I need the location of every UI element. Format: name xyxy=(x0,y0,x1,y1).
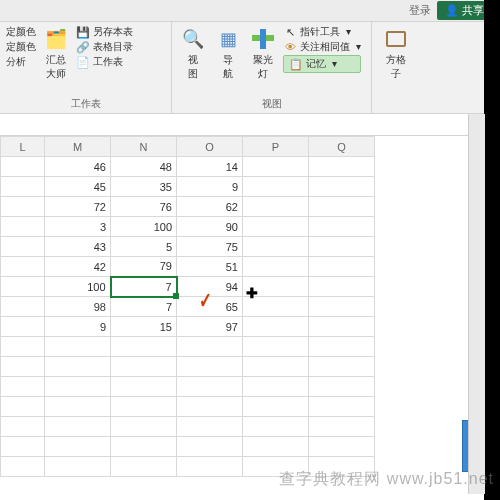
cell[interactable] xyxy=(45,337,111,357)
cell[interactable]: 9 xyxy=(177,177,243,197)
memory-button[interactable]: 📋 记忆 ▾ xyxy=(283,55,361,73)
cell[interactable] xyxy=(1,317,45,337)
table-row[interactable]: 727662 xyxy=(1,197,375,217)
cell[interactable] xyxy=(309,337,375,357)
table-row[interactable]: 310090 xyxy=(1,217,375,237)
cell[interactable]: 94 xyxy=(177,277,243,297)
cell[interactable] xyxy=(309,357,375,377)
col-M[interactable]: M xyxy=(45,137,111,157)
cell[interactable] xyxy=(309,437,375,457)
cell[interactable] xyxy=(243,217,309,237)
fanggezi-button[interactable]: 方格 子 xyxy=(381,25,411,83)
cell[interactable] xyxy=(111,357,177,377)
cell[interactable] xyxy=(243,437,309,457)
table-toc-button[interactable]: 🔗 表格目录 xyxy=(76,40,133,54)
cell[interactable] xyxy=(1,397,45,417)
cell[interactable] xyxy=(45,417,111,437)
cell[interactable]: 5 xyxy=(111,237,177,257)
table-row[interactable] xyxy=(1,377,375,397)
cell[interactable] xyxy=(243,197,309,217)
table-row[interactable] xyxy=(1,357,375,377)
cell[interactable] xyxy=(45,437,111,457)
cell[interactable] xyxy=(111,417,177,437)
cell[interactable] xyxy=(177,437,243,457)
cell[interactable] xyxy=(177,397,243,417)
table-row[interactable] xyxy=(1,397,375,417)
table-row[interactable]: 427951 xyxy=(1,257,375,277)
cell[interactable] xyxy=(243,417,309,437)
cell[interactable] xyxy=(1,297,45,317)
col-Q[interactable]: Q xyxy=(309,137,375,157)
formula-bar[interactable] xyxy=(0,114,500,136)
table-row[interactable] xyxy=(1,337,375,357)
col-L[interactable]: L xyxy=(1,137,45,157)
cell[interactable] xyxy=(309,317,375,337)
cell[interactable] xyxy=(309,377,375,397)
worksheet-grid[interactable]: L M N O P Q 4648144535972766231009043575… xyxy=(0,136,500,477)
cell[interactable] xyxy=(1,417,45,437)
cell[interactable] xyxy=(111,437,177,457)
cell[interactable] xyxy=(309,417,375,437)
summary-master-button[interactable]: 🗂️ 汇总 大师 xyxy=(41,25,71,83)
cell[interactable] xyxy=(45,397,111,417)
view-button[interactable]: 🔍 视 图 xyxy=(178,25,208,83)
cell[interactable]: 90 xyxy=(177,217,243,237)
cell[interactable] xyxy=(177,417,243,437)
cell[interactable] xyxy=(1,177,45,197)
cell[interactable]: 45 xyxy=(45,177,111,197)
col-O[interactable]: O xyxy=(177,137,243,157)
cell[interactable] xyxy=(243,297,309,317)
opt-color2[interactable]: 定颜色 xyxy=(6,40,36,54)
cell[interactable] xyxy=(243,157,309,177)
cell[interactable] xyxy=(309,277,375,297)
cell[interactable] xyxy=(309,197,375,217)
pointer-tool-button[interactable]: ↖ 指针工具 ▾ xyxy=(283,25,361,39)
cell[interactable] xyxy=(309,237,375,257)
fill-handle[interactable] xyxy=(173,293,179,299)
col-P[interactable]: P xyxy=(243,137,309,157)
cell[interactable] xyxy=(177,357,243,377)
cell[interactable] xyxy=(1,217,45,237)
cell[interactable] xyxy=(243,257,309,277)
cell[interactable] xyxy=(243,277,309,297)
opt-color1[interactable]: 定颜色 xyxy=(6,25,36,39)
grid-table[interactable]: L M N O P Q 4648144535972766231009043575… xyxy=(0,136,375,477)
cell[interactable] xyxy=(309,297,375,317)
cell[interactable]: 15 xyxy=(111,317,177,337)
cell[interactable] xyxy=(309,157,375,177)
cell[interactable] xyxy=(45,377,111,397)
cell[interactable] xyxy=(1,437,45,457)
cell[interactable]: 42 xyxy=(45,257,111,277)
cell[interactable] xyxy=(309,177,375,197)
cell[interactable]: 98 xyxy=(45,297,111,317)
table-row[interactable] xyxy=(1,437,375,457)
cell[interactable] xyxy=(1,237,45,257)
cell[interactable] xyxy=(1,357,45,377)
cell[interactable]: 97 xyxy=(177,317,243,337)
cell[interactable] xyxy=(1,157,45,177)
cell[interactable] xyxy=(111,337,177,357)
cell[interactable]: 75 xyxy=(177,237,243,257)
cell[interactable] xyxy=(177,377,243,397)
nav-button[interactable]: ▦ 导 航 xyxy=(213,25,243,83)
table-row[interactable]: 45359 xyxy=(1,177,375,197)
cell[interactable] xyxy=(111,397,177,417)
cell[interactable] xyxy=(1,457,45,477)
cell[interactable] xyxy=(1,197,45,217)
cell[interactable] xyxy=(243,237,309,257)
focus-same-button[interactable]: 👁 关注相同值 ▾ xyxy=(283,40,361,54)
cell[interactable]: 65 xyxy=(177,297,243,317)
cell[interactable] xyxy=(111,377,177,397)
cell[interactable] xyxy=(1,277,45,297)
table-row[interactable]: 91597 xyxy=(1,317,375,337)
col-N[interactable]: N xyxy=(111,137,177,157)
table-row[interactable]: 464814 xyxy=(1,157,375,177)
cell[interactable]: 43 xyxy=(45,237,111,257)
cell[interactable]: 100 xyxy=(111,217,177,237)
cell[interactable] xyxy=(45,357,111,377)
cell[interactable] xyxy=(1,337,45,357)
cell[interactable] xyxy=(243,357,309,377)
cell[interactable]: 35 xyxy=(111,177,177,197)
cell[interactable] xyxy=(309,217,375,237)
cell[interactable] xyxy=(243,377,309,397)
